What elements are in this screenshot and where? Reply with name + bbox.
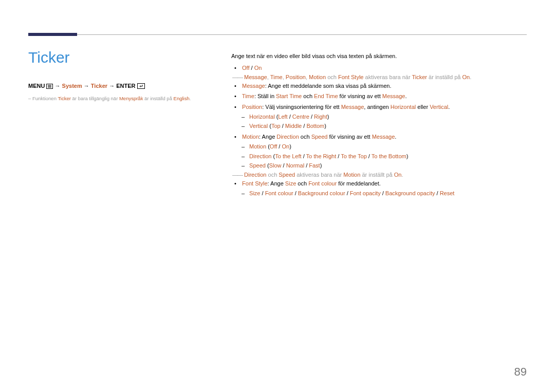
sub-list: Horizontal (Left / Centre / Right) Verti… [248, 112, 527, 131]
menu-icon [46, 84, 53, 90]
list-item: Message: Ange ett meddelande som ska vis… [240, 81, 527, 91]
enter-icon [137, 83, 145, 90]
list-item: Vertical (Top / Middle / Bottom) [248, 121, 527, 131]
list-item: Font Style: Ange Size och Font colour fö… [240, 179, 527, 198]
path-ticker: Ticker [91, 83, 107, 89]
list-item: Horizontal (Left / Centre / Right) [248, 112, 527, 122]
list-item: Speed (Slow / Normal / Fast) [248, 161, 527, 171]
page-title: Ticker [28, 49, 218, 66]
intro-text: Ange text när en video eller bild visas … [231, 53, 527, 59]
list-item: Motion (Off / On) [248, 142, 527, 152]
arrow-icon: → [109, 83, 116, 89]
arrow-icon: → [55, 83, 62, 89]
path-system: System [62, 83, 82, 89]
list-item: Motion: Ange Direction och Speed för vis… [240, 132, 527, 171]
options-list: Message: Ange ett meddelande som ska vis… [240, 81, 527, 171]
menu-path: MENU → System → Ticker → ENTER [28, 83, 218, 90]
sub-list: Size / Font colour / Background colour /… [248, 189, 527, 198]
page-number: 89 [514, 365, 527, 379]
right-column: Ange text när en video eller bild visas … [231, 53, 527, 199]
note-motion: ―― Direction och Speed aktiveras bara nä… [240, 172, 527, 178]
options-list: Off / On [240, 63, 527, 73]
list-item: Time: Ställ in Start Time och End Time f… [240, 91, 527, 101]
list-item: Off / On [240, 63, 527, 73]
list-item: Position: Välj visningsorientering för e… [240, 102, 527, 131]
list-item: Direction (To the Left / To the Right / … [248, 152, 527, 161]
left-footnote: – Funktionen Ticker är bara tillgänglig … [28, 95, 218, 102]
options-list: Font Style: Ange Size och Font colour fö… [240, 179, 527, 198]
note-off-on: ―― Message, Time, Position, Motion och F… [240, 74, 527, 80]
sub-list: Motion (Off / On) Direction (To the Left… [248, 142, 527, 171]
enter-label: ENTER [116, 83, 135, 89]
header-divider [28, 34, 527, 35]
arrow-icon: → [84, 83, 91, 89]
menu-label: MENU [28, 83, 45, 89]
list-item: Size / Font colour / Background colour /… [248, 189, 527, 198]
left-column: Ticker MENU → System → Ticker → ENTER – … [28, 49, 218, 102]
header-accent-bar [28, 33, 77, 36]
